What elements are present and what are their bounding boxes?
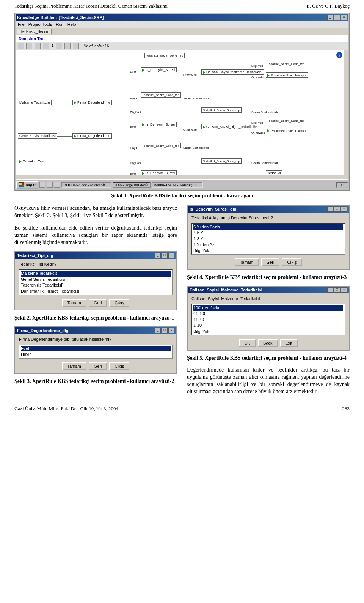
list-item[interactable]: Malzeme Tedarikcisi: [21, 271, 171, 276]
node-sdone-r2a[interactable]: Tedarikci_Secim_Done_rep: [266, 118, 306, 123]
close-icon[interactable]: ×: [341, 15, 347, 20]
node-isdeneyim-2[interactable]: Is_Deneyim_Suresi: [141, 122, 177, 127]
node-sdone-r1b[interactable]: Tedarikci_Secim_Done_rep: [141, 92, 181, 98]
edge-evet: Evet: [129, 125, 137, 128]
quick-launch-icon[interactable]: [47, 182, 53, 188]
edge-hayir: Hayır: [129, 97, 138, 100]
node-sdone-r3[interactable]: Tedarikci_Secim_Done_rep: [201, 158, 242, 164]
toolbar-icon[interactable]: [35, 43, 41, 49]
quick-launch-icon[interactable]: [54, 182, 60, 188]
list-item[interactable]: 11-40: [193, 317, 343, 323]
list-item[interactable]: Hayır: [21, 351, 171, 357]
exit-button[interactable]: Çıkış: [109, 299, 129, 307]
list-item[interactable]: 1 Yıldan Az: [193, 242, 343, 247]
list-item[interactable]: 41-100: [193, 311, 343, 316]
task-word[interactable]: BÖLÜM-4.doc - Microsoft…: [61, 182, 111, 188]
dlg4-listbox[interactable]: 5 Yıldan Fazla 4-5 Yıl 1-3 Yıl 1 Yıldan …: [191, 223, 345, 255]
back-button[interactable]: Back: [258, 339, 278, 347]
node-branch-malzeme[interactable]: Malzeme Tedarikcisi: [18, 100, 52, 105]
node-proc-r1[interactable]: Procedure_Puan_Hesapla: [266, 72, 308, 78]
dlg3-title: Firma_Degerlendirme_dlg: [17, 328, 69, 333]
decision-tree-canvas[interactable]: i Tedarikci_Tipi Malzeme Tedarikcisi Gen…: [16, 50, 348, 179]
toolbar-icon[interactable]: [43, 43, 49, 49]
edge-otherwise: Otherwise: [182, 73, 198, 77]
list-item[interactable]: Evet: [21, 346, 171, 351]
list-item[interactable]: Danismanlik Hizmeti Tedarikcisi: [21, 288, 171, 294]
minimize-icon[interactable]: _: [327, 287, 333, 293]
node-isdeneyim-1[interactable]: Is_Deneyim_Suresi: [141, 67, 177, 72]
back-button[interactable]: Geri: [261, 258, 280, 266]
maximize-icon[interactable]: □: [162, 253, 168, 258]
toolbar-icon[interactable]: [26, 43, 32, 49]
maximize-icon[interactable]: □: [162, 328, 168, 333]
ok-button[interactable]: Tamam: [235, 258, 259, 266]
dlg5-listbox[interactable]: 100' den fazla 41-100 11-40 1-10 Bilgi Y…: [191, 304, 345, 335]
scrollbar-horizontal[interactable]: [16, 175, 344, 179]
close-icon[interactable]: ×: [341, 287, 347, 293]
node-tedarikci-tipi[interactable]: Tedarikci_Tipi: [18, 159, 45, 164]
dlg4-prompt: Tedarikçi Adayının İş Deneyim Süresi ned…: [191, 216, 345, 220]
node-rep-top[interactable]: Tedarikci_Secim_Done_rep: [144, 53, 185, 58]
figure3-caption: Şekil 3. XpertRule KBS tedarikçi seçim p…: [14, 378, 177, 384]
close-icon[interactable]: ×: [168, 253, 174, 258]
node-proc-r2[interactable]: Procedure_Puan_Hesapla: [266, 128, 308, 133]
task-doc2[interactable]: bolum-4 SCM - Tedarikçi S…: [152, 182, 203, 188]
paragraph-3: Değerlendirmede kullanılan kriter ve öze…: [187, 367, 350, 395]
dlg3-listbox[interactable]: Evet Hayır: [19, 345, 173, 359]
menu-project-tools[interactable]: Project Tools: [28, 22, 52, 27]
minimize-icon[interactable]: _: [327, 15, 333, 20]
running-header: Tedarikçi Seçimi Problemine Karar Teoris…: [14, 3, 350, 9]
toolbar-icon[interactable]: [73, 43, 79, 49]
list-item[interactable]: 5 Yıldan Fazla: [193, 224, 343, 230]
list-item[interactable]: 4-5 Yıl: [193, 230, 343, 236]
back-button[interactable]: Geri: [89, 299, 107, 307]
ok-button[interactable]: Tamam: [62, 299, 86, 307]
toolbar-icon[interactable]: [18, 43, 24, 49]
window-controls[interactable]: _ □ ×: [327, 15, 347, 20]
list-item[interactable]: 1-3 Yıl: [193, 236, 343, 242]
toolbar-icon[interactable]: [64, 43, 71, 49]
exit-button[interactable]: Çıkış: [109, 362, 129, 370]
tab-tedarikci-secim[interactable]: Tedarikci_Secim: [17, 29, 52, 34]
list-item[interactable]: Bilgi Yok: [193, 329, 343, 334]
menu-run[interactable]: Run: [56, 22, 64, 27]
maximize-icon[interactable]: □: [334, 15, 340, 20]
quick-launch-icon[interactable]: [39, 182, 46, 188]
menu-file[interactable]: File: [18, 22, 25, 27]
exit-button[interactable]: Çıkış: [282, 258, 302, 266]
info-icon[interactable]: i: [336, 52, 342, 58]
close-icon[interactable]: ×: [341, 206, 347, 212]
exit-button[interactable]: Exit: [280, 339, 298, 347]
node-sdone-r1c[interactable]: Tedarikci_Secim_Done_rep: [201, 107, 242, 113]
edge-sonland-2: Secim Sonlandırıldı: [251, 110, 278, 114]
dlg5-title: Calisan_Sayisi_Malzeme_Tedarikcisi: [190, 288, 262, 292]
task-knowledge-builder[interactable]: Knowledge Builder®: [113, 182, 151, 188]
scrollbar-vertical[interactable]: [344, 50, 348, 179]
minimize-icon[interactable]: _: [327, 206, 333, 212]
ok-button[interactable]: OK: [239, 339, 256, 347]
node-firma-1[interactable]: Firma_Degerlendirme: [72, 100, 112, 105]
list-item[interactable]: Genel Servis Tedarikcisi: [21, 277, 171, 282]
list-item[interactable]: 100' den fazla: [193, 305, 343, 311]
node-firma-2[interactable]: Firma_Degerlendirme: [72, 133, 112, 139]
maximize-icon[interactable]: □: [334, 287, 340, 293]
start-button[interactable]: Başlat: [16, 181, 38, 189]
minimize-icon[interactable]: _: [155, 328, 161, 333]
list-item[interactable]: Bilgi Yok: [193, 248, 343, 253]
node-branch-genel[interactable]: Genel Servis Tedarikcisi: [18, 133, 57, 139]
dlg2-listbox[interactable]: Malzeme Tedarikcisi Genel Servis Tedarik…: [19, 269, 173, 295]
node-sdone-r1a[interactable]: Tedarikci_Secim_Done_rep: [266, 61, 306, 66]
node-sdone-r2b[interactable]: Tedarikci_Secim_Done_rep: [141, 143, 181, 148]
maximize-icon[interactable]: □: [334, 206, 340, 212]
list-item[interactable]: Taseron (Is Tedarikcisi): [21, 282, 171, 288]
node-calisan-malzeme-1[interactable]: Calisan_Sayisi_Malzeme_Tedarikcisi: [201, 69, 264, 75]
list-item[interactable]: 1-10: [193, 323, 343, 328]
ok-button[interactable]: Tamam: [62, 362, 86, 370]
toolbar-icon[interactable]: [56, 43, 62, 49]
minimize-icon[interactable]: _: [155, 253, 161, 258]
system-tray[interactable]: 01:5: [336, 182, 348, 188]
menu-help[interactable]: Help: [67, 22, 76, 27]
close-icon[interactable]: ×: [168, 328, 174, 333]
node-calisan-diger[interactable]: Calisan_Sayisi_Diger_Tedarikciler: [201, 124, 259, 129]
back-button[interactable]: Geri: [89, 362, 107, 370]
